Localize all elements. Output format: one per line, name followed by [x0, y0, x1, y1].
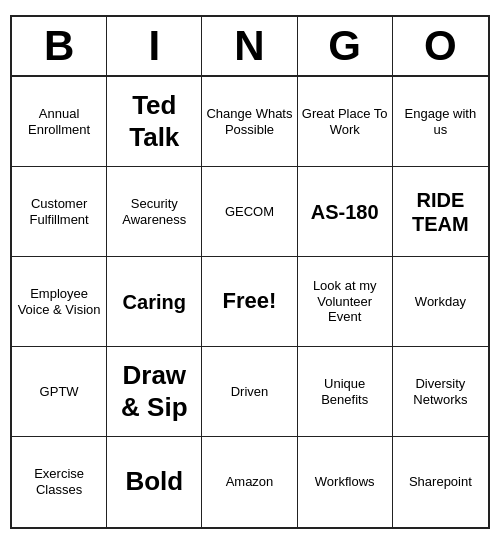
bingo-cell-3: Great Place To Work — [298, 77, 393, 167]
bingo-cell-text-16: Draw & Sip — [111, 360, 197, 422]
bingo-cell-text-1: Ted Talk — [111, 90, 197, 152]
bingo-cell-13: Look at my Volunteer Event — [298, 257, 393, 347]
bingo-cell-text-22: Amazon — [226, 474, 274, 490]
bingo-cell-24: Sharepoint — [393, 437, 488, 527]
bingo-cell-text-24: Sharepoint — [409, 474, 472, 490]
bingo-cell-text-20: Exercise Classes — [16, 466, 102, 497]
bingo-cell-12: Free! — [202, 257, 297, 347]
bingo-cell-text-21: Bold — [125, 466, 183, 497]
bingo-cell-20: Exercise Classes — [12, 437, 107, 527]
bingo-cell-16: Draw & Sip — [107, 347, 202, 437]
bingo-header-letter-B: B — [12, 17, 107, 75]
bingo-grid: Annual EnrollmentTed TalkChange Whats Po… — [12, 77, 488, 527]
bingo-cell-10: Employee Voice & Vision — [12, 257, 107, 347]
bingo-cell-22: Amazon — [202, 437, 297, 527]
bingo-cell-text-13: Look at my Volunteer Event — [302, 278, 388, 325]
bingo-cell-5: Customer Fulfillment — [12, 167, 107, 257]
bingo-cell-text-11: Caring — [123, 290, 186, 314]
bingo-cell-text-7: GECOM — [225, 204, 274, 220]
bingo-cell-1: Ted Talk — [107, 77, 202, 167]
bingo-cell-7: GECOM — [202, 167, 297, 257]
bingo-cell-text-17: Driven — [231, 384, 269, 400]
bingo-cell-text-18: Unique Benefits — [302, 376, 388, 407]
bingo-cell-11: Caring — [107, 257, 202, 347]
bingo-cell-4: Engage with us — [393, 77, 488, 167]
bingo-cell-9: RIDE TEAM — [393, 167, 488, 257]
bingo-cell-text-12: Free! — [223, 288, 277, 314]
bingo-cell-text-14: Workday — [415, 294, 466, 310]
bingo-cell-8: AS-180 — [298, 167, 393, 257]
bingo-cell-23: Workflows — [298, 437, 393, 527]
bingo-cell-text-23: Workflows — [315, 474, 375, 490]
bingo-cell-0: Annual Enrollment — [12, 77, 107, 167]
bingo-header-letter-G: G — [298, 17, 393, 75]
bingo-cell-2: Change Whats Possible — [202, 77, 297, 167]
bingo-cell-text-9: RIDE TEAM — [397, 188, 484, 236]
bingo-header-letter-N: N — [202, 17, 297, 75]
bingo-cell-text-6: Security Awareness — [111, 196, 197, 227]
bingo-header-letter-I: I — [107, 17, 202, 75]
bingo-header-letter-O: O — [393, 17, 488, 75]
bingo-header: BINGO — [12, 17, 488, 77]
bingo-cell-6: Security Awareness — [107, 167, 202, 257]
bingo-cell-14: Workday — [393, 257, 488, 347]
bingo-cell-text-5: Customer Fulfillment — [16, 196, 102, 227]
bingo-cell-19: Diversity Networks — [393, 347, 488, 437]
bingo-cell-21: Bold — [107, 437, 202, 527]
bingo-cell-text-8: AS-180 — [311, 200, 379, 224]
bingo-cell-text-10: Employee Voice & Vision — [16, 286, 102, 317]
bingo-cell-text-15: GPTW — [40, 384, 79, 400]
bingo-cell-text-2: Change Whats Possible — [206, 106, 292, 137]
bingo-cell-15: GPTW — [12, 347, 107, 437]
bingo-cell-text-4: Engage with us — [397, 106, 484, 137]
bingo-cell-text-3: Great Place To Work — [302, 106, 388, 137]
bingo-cell-text-0: Annual Enrollment — [16, 106, 102, 137]
bingo-cell-17: Driven — [202, 347, 297, 437]
bingo-cell-text-19: Diversity Networks — [397, 376, 484, 407]
bingo-card: BINGO Annual EnrollmentTed TalkChange Wh… — [10, 15, 490, 529]
bingo-cell-18: Unique Benefits — [298, 347, 393, 437]
